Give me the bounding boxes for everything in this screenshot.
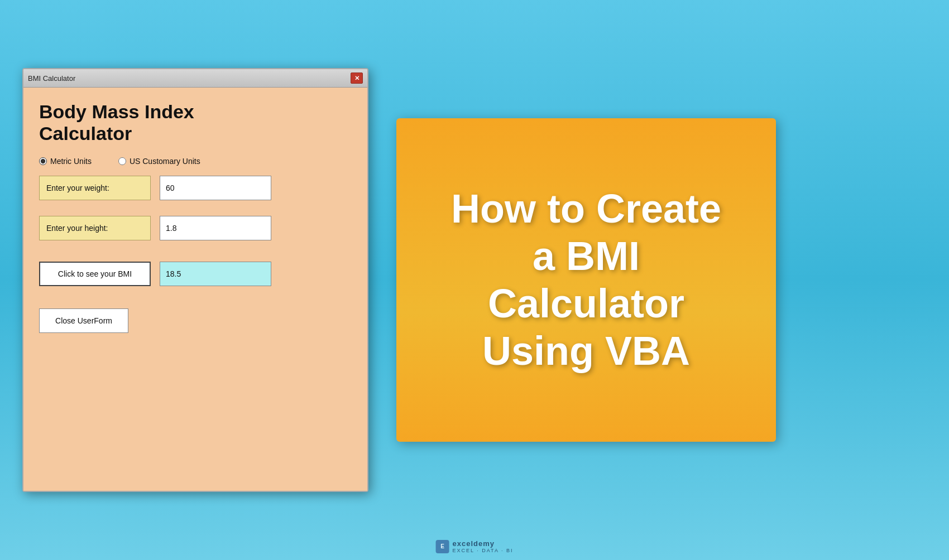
- close-userform-button[interactable]: Close UserForm: [39, 308, 128, 333]
- brand-sub: EXCEL · DATA · BI: [453, 548, 514, 553]
- watermark: E exceldemy EXCEL · DATA · BI: [436, 539, 514, 553]
- calculate-bmi-button[interactable]: Click to see your BMI: [39, 262, 151, 286]
- action-row: Click to see your BMI: [39, 262, 352, 286]
- window-close-button[interactable]: [351, 73, 363, 84]
- height-input[interactable]: [160, 216, 271, 240]
- bmi-calculator-window: BMI Calculator Body Mass Index Calculato…: [22, 68, 368, 492]
- window-title: BMI Calculator: [28, 74, 75, 83]
- exceldemy-icon: E: [436, 540, 449, 553]
- weight-label: Enter your weight:: [39, 176, 151, 200]
- us-units-label: US Customary Units: [130, 157, 200, 166]
- us-units-option[interactable]: US Customary Units: [118, 157, 200, 166]
- banner-text: How to Create a BMI Calculator Using VBA: [451, 185, 721, 375]
- metric-units-radio[interactable]: [39, 157, 47, 165]
- title-bar: BMI Calculator: [23, 69, 367, 88]
- height-row: Enter your height:: [39, 216, 352, 240]
- unit-radio-row: Metric Units US Customary Units: [39, 157, 352, 166]
- height-label: Enter your height:: [39, 216, 151, 240]
- brand-name: exceldemy: [453, 539, 514, 548]
- metric-units-option[interactable]: Metric Units: [39, 157, 92, 166]
- how-to-banner: How to Create a BMI Calculator Using VBA: [396, 118, 776, 442]
- metric-units-label: Metric Units: [50, 157, 92, 166]
- weight-input[interactable]: [160, 176, 271, 200]
- us-units-radio[interactable]: [118, 157, 126, 165]
- calculator-title: Body Mass Index Calculator: [39, 101, 352, 144]
- weight-row: Enter your weight:: [39, 176, 352, 200]
- bmi-result-field: [160, 262, 271, 286]
- window-body: Body Mass Index Calculator Metric Units …: [23, 88, 367, 491]
